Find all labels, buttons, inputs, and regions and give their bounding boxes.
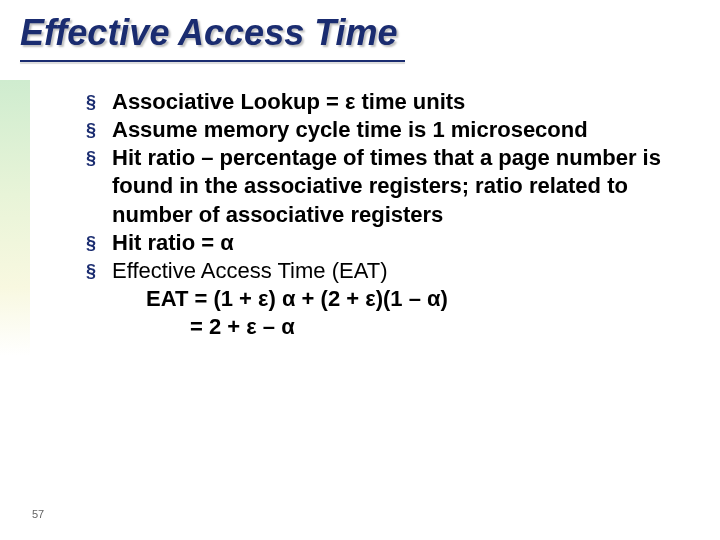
bullet-2: § Assume memory cycle time is 1 microsec… (86, 116, 686, 144)
bullet-text: Effective Access Time (EAT) (112, 258, 387, 283)
equation-line-2: = 2 + ε – α (86, 313, 686, 341)
bullet-text: Hit ratio = α (112, 230, 234, 255)
bullet-icon: § (86, 232, 96, 255)
bullet-4: § Hit ratio = α (86, 229, 686, 257)
bullet-icon: § (86, 260, 96, 283)
title-underline (20, 60, 405, 62)
bullet-text: Assume memory cycle time is 1 microsecon… (112, 117, 588, 142)
bullet-icon: § (86, 147, 96, 170)
bullet-3: § Hit ratio – percentage of times that a… (86, 144, 686, 228)
bullet-text: Associative Lookup = ε time units (112, 89, 465, 114)
page-number: 57 (32, 508, 44, 520)
bullet-icon: § (86, 91, 96, 114)
slide-title: Effective Access Time (20, 12, 398, 54)
bullet-icon: § (86, 119, 96, 142)
bullet-text: Hit ratio – percentage of times that a p… (112, 145, 661, 226)
bullet-1: § Associative Lookup = ε time units (86, 88, 686, 116)
bullet-5: § Effective Access Time (EAT) (86, 257, 686, 285)
equation-line-1: EAT = (1 + ε) α + (2 + ε)(1 – α) (86, 285, 686, 313)
side-gradient (0, 80, 30, 540)
content-area: § Associative Lookup = ε time units § As… (86, 88, 686, 341)
